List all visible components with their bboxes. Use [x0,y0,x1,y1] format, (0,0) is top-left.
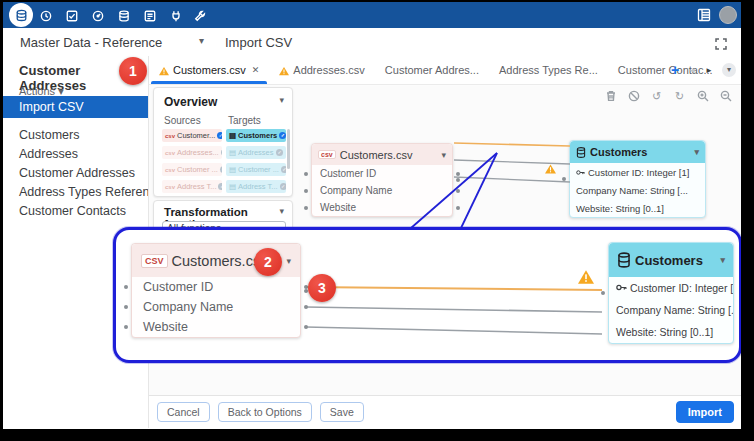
output-port[interactable] [456,189,460,193]
collapse-overview-icon[interactable]: ▾ [279,95,284,105]
key-icon [576,167,585,178]
field-row[interactable]: Website [132,317,300,337]
gauge-icon[interactable] [91,9,104,22]
source-chip-addresses[interactable]: csvAddresses...✓ [162,146,222,159]
model-title[interactable]: Master Data - Reference [20,35,162,50]
check-icon: ✓ [279,132,286,139]
target-node-header[interactable]: Customers ▾ [609,243,733,277]
table-list-icon[interactable] [697,8,711,22]
undo-icon[interactable]: ↺ [650,90,663,103]
delete-icon[interactable] [604,90,617,103]
back-to-options-button[interactable]: Back to Options [218,402,312,422]
check-square-icon[interactable] [65,9,78,22]
field-row[interactable]: Customer ID [132,277,300,297]
source-chip-customers[interactable]: csvCustomer...✓ [162,129,222,142]
tab-customers-csv[interactable]: Customers.csv ✕ [149,56,269,84]
chevron-down-icon[interactable]: ▾ [441,150,446,160]
source-chip-address-types[interactable]: csvAddress T...✓ [162,180,222,193]
target-chip-customers[interactable]: ▤Customers✓ [226,129,286,142]
collapse-transformation-icon[interactable]: ▾ [279,206,284,216]
input-port[interactable] [124,305,128,309]
overview-scrollbar[interactable] [287,129,290,169]
chevron-down-icon[interactable]: ▾ [694,147,699,157]
output-port[interactable] [304,305,308,309]
target-chip-customer-addr[interactable]: ▤Customer ...✓ [226,163,286,176]
user-avatar[interactable] [719,6,737,24]
input-port[interactable] [124,285,128,289]
sidebar-entity-list: Customers Addresses Customer Addresses A… [3,126,148,221]
input-port[interactable] [562,177,566,181]
sidebar-item-customers[interactable]: Customers [3,126,148,145]
disable-icon[interactable] [627,90,640,103]
tab-label: Addresses.csv [293,64,365,76]
data-stack-icon[interactable] [117,9,130,22]
tab-addresses-csv[interactable]: Addresses.csv [269,56,375,84]
field-row[interactable]: Customer ID: Integer [1] [570,163,705,181]
fullscreen-icon[interactable] [715,36,727,48]
close-tab-icon[interactable]: ✕ [252,65,260,75]
scroll-tabs-left-icon[interactable]: ◄ [688,66,696,75]
field-row[interactable]: Website [312,199,452,216]
mapping-line-customer-id[interactable] [306,287,602,290]
source-chip-customer-addr[interactable]: csvCustomer ...✓ [162,163,222,176]
input-port[interactable] [304,189,308,193]
input-port[interactable] [601,291,605,295]
field-row[interactable]: Company Name [132,297,300,317]
target-chip-address-types[interactable]: ▤Address T...✓ [226,180,286,193]
sidebar-item-addresses[interactable]: Addresses [3,145,148,164]
mapping-line-website[interactable] [306,327,602,334]
input-port[interactable] [124,325,128,329]
tab-customer-addresses[interactable]: Customer Addres... [375,56,489,84]
sidebar-item-customer-addresses[interactable]: Customer Addresses [3,164,148,183]
target-chip-addresses[interactable]: ▤Addresses✓ [226,146,286,159]
output-port[interactable] [456,178,460,182]
entity-icon: ▤ [229,148,236,157]
field-row[interactable]: Company Name: String [... [609,299,733,321]
field-row[interactable]: Website: String [0..1] [570,199,705,217]
input-port[interactable] [304,172,308,176]
output-port[interactable] [304,325,308,329]
annotation-badge-1: 1 [119,57,147,85]
save-button[interactable]: Save [320,402,364,422]
field-row[interactable]: Company Name: String [... [570,181,705,199]
model-dropdown-caret-icon[interactable]: ▾ [199,35,204,46]
import-button[interactable]: Import [676,401,734,423]
clock-icon[interactable] [39,9,52,22]
form-check-icon[interactable] [143,9,156,22]
csv-icon: CSV [141,254,168,268]
tab-address-types[interactable]: Address Types Re... [489,56,608,84]
tab-overflow-menu-icon[interactable]: ▾ [722,63,736,77]
zoom-out-icon[interactable] [719,90,732,103]
scroll-tabs-right-icon[interactable]: ► [705,66,713,75]
active-module-button[interactable] [9,3,33,27]
output-port[interactable] [456,172,460,176]
warning-icon[interactable] [578,270,594,284]
field-row[interactable]: Company Name [312,182,452,199]
redo-icon[interactable]: ↻ [673,90,686,103]
target-node-large[interactable]: Customers ▾ Customer ID: Integer [1] Com… [608,242,734,344]
zoom-in-icon[interactable] [696,90,709,103]
plug-icon[interactable] [169,9,182,22]
check-icon: ✓ [218,183,222,190]
cancel-button[interactable]: Cancel [157,402,210,422]
csv-icon: csv [165,150,175,156]
output-port[interactable] [456,206,460,210]
sidebar-item-address-types-reference[interactable]: Address Types Reference [3,183,148,202]
mapping-line-company-name[interactable] [306,307,602,312]
field-row[interactable]: Customer ID: Integer [1] [609,277,733,299]
field-row[interactable]: Customer ID [312,165,452,182]
target-node-header[interactable]: Customers ▾ [570,141,705,163]
chevron-down-icon[interactable]: ▾ [286,256,291,266]
warning-icon[interactable] [545,160,556,170]
field-row[interactable]: Website: String [0..1] [609,321,733,343]
source-node-small[interactable]: csv Customers.csv ▾ Customer ID Company … [311,143,453,217]
target-node-small[interactable]: Customers ▾ Customer ID: Integer [1] Com… [569,140,706,218]
source-node-header[interactable]: csv Customers.csv ▾ [312,144,452,165]
sidebar-item-import-csv[interactable]: Import CSV [3,96,148,118]
sidebar-item-customer-contacts[interactable]: Customer Contacts [3,202,148,221]
tab-label: Customer Addres... [385,64,479,76]
add-tab-button[interactable]: + [671,62,679,78]
chevron-down-icon[interactable]: ▾ [720,255,725,265]
wrench-icon[interactable] [193,9,206,22]
input-port[interactable] [304,206,308,210]
